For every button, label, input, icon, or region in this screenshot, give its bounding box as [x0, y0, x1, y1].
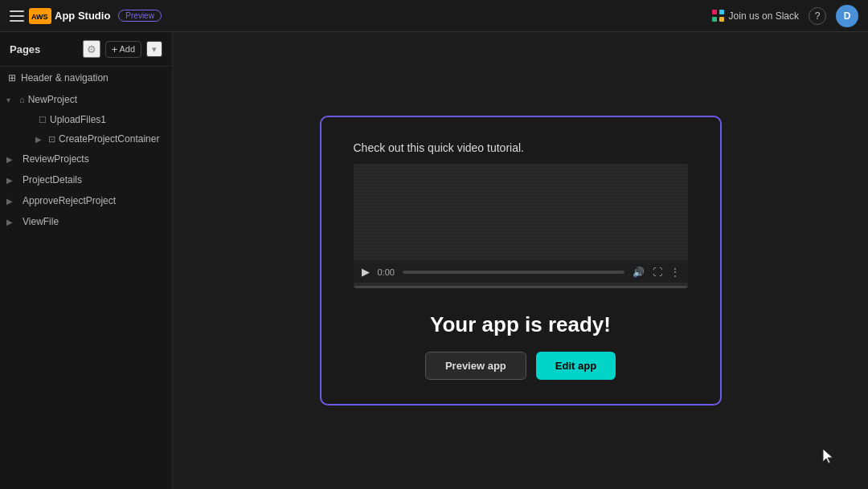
sidebar-item-reviewprojects[interactable]: ▶ ReviewProjects ••• [0, 149, 172, 169]
preview-app-button[interactable]: Preview app [425, 352, 526, 380]
sidebar-item-projectdetails[interactable]: ▶ ProjectDetails ••• [0, 169, 172, 190]
sidebar-item-label: UploadFiles1 [50, 114, 164, 125]
preview-badge: Preview [118, 10, 162, 22]
sidebar-item-createprojectcontainer[interactable]: ▶ ⊡ CreateProjectContainer [0, 129, 172, 149]
container-icon: ⊡ [48, 134, 55, 145]
chevron-right-icon: ▶ [6, 218, 16, 226]
grid-icon: ⊞ [8, 72, 16, 84]
aws-logo: AWS App Studio [29, 8, 110, 24]
file-icon: ☐ [39, 115, 47, 125]
sidebar-item-approverejectproject[interactable]: ▶ ApproveRejectProject ••• [0, 190, 172, 211]
ready-modal: Check out this quick video tutorial. ▶ 0… [320, 116, 722, 405]
help-button[interactable]: ? [809, 7, 826, 25]
app-studio-label: App Studio [55, 10, 110, 22]
sidebar-item-label: CreateProjectContainer [59, 133, 164, 145]
edit-app-button[interactable]: Edit app [536, 352, 616, 380]
fullscreen-icon[interactable]: ⛶ [653, 267, 662, 278]
hamburger-icon[interactable] [10, 10, 24, 22]
slack-link[interactable]: Join us on Slack [712, 10, 799, 22]
avatar[interactable]: D [836, 5, 858, 27]
video-player[interactable]: ▶ 0:00 🔊 ⛶ ⋮ [354, 164, 688, 288]
chevron-right-icon: ▶ [6, 197, 16, 206]
home-icon: ⌂ [19, 95, 25, 104]
topnav-right: Join us on Slack ? D [712, 5, 858, 27]
sidebar: Pages ⚙ + Add ▾ ⊞ Header & navigation ▾ … [0, 32, 173, 489]
modal-actions: Preview app Edit app [354, 352, 688, 380]
video-time: 0:00 [378, 267, 395, 277]
sidebar-item-header-navigation[interactable]: ⊞ Header & navigation [0, 67, 172, 89]
sidebar-header: Pages ⚙ + Add ▾ [0, 32, 172, 67]
sidebar-gear-button[interactable]: ⚙ [83, 40, 100, 58]
main-layout: Pages ⚙ + Add ▾ ⊞ Header & navigation ▾ … [0, 32, 868, 489]
sidebar-item-newproject[interactable]: ▾ ⌂ NewProject ••• [0, 89, 172, 110]
slack-label: Join us on Slack [729, 10, 799, 22]
sidebar-item-uploadfiles1[interactable]: ☐ UploadFiles1 [0, 110, 172, 129]
play-button[interactable]: ▶ [362, 266, 370, 278]
ready-title: Your app is ready! [354, 312, 688, 337]
sidebar-title: Pages [10, 43, 78, 55]
video-progress-underbar [354, 286, 688, 288]
main-content: Check out this quick video tutorial. ▶ 0… [173, 32, 868, 489]
volume-icon[interactable]: 🔊 [633, 267, 645, 278]
add-label: Add [119, 44, 135, 54]
slack-icon [712, 10, 725, 22]
top-navigation: AWS App Studio Preview Join us on Slack … [0, 0, 868, 32]
aws-logo-box: AWS [29, 8, 51, 24]
video-progress-bar[interactable] [403, 271, 624, 274]
video-controls: ▶ 0:00 🔊 ⛶ ⋮ [354, 261, 688, 283]
add-plus-icon: + [112, 43, 118, 55]
sidebar-item-label: NewProject [28, 94, 149, 105]
sidebar-item-label: ProjectDetails [23, 174, 149, 185]
tutorial-text: Check out this quick video tutorial. [354, 141, 524, 154]
sidebar-item-label: Header & navigation [21, 72, 108, 84]
sidebar-chevron-button[interactable]: ▾ [146, 41, 162, 57]
chevron-right-icon: ▶ [35, 135, 45, 144]
sidebar-item-label: ViewFile [23, 216, 149, 227]
sidebar-add-button[interactable]: + Add [105, 41, 141, 58]
sidebar-item-label: ReviewProjects [23, 153, 149, 165]
cursor-icon [820, 447, 836, 467]
more-options-video-icon[interactable]: ⋮ [670, 267, 680, 278]
chevron-right-icon: ▶ [6, 155, 16, 164]
video-thumbnail [354, 165, 688, 261]
chevron-right-icon: ▶ [6, 176, 16, 185]
sidebar-item-viewfile[interactable]: ▶ ViewFile ••• [0, 211, 172, 232]
chevron-down-icon: ▾ [6, 96, 16, 104]
sidebar-item-label: ApproveRejectProject [23, 195, 149, 206]
logo-area: AWS App Studio Preview [10, 8, 162, 24]
svg-text:AWS: AWS [31, 13, 48, 21]
